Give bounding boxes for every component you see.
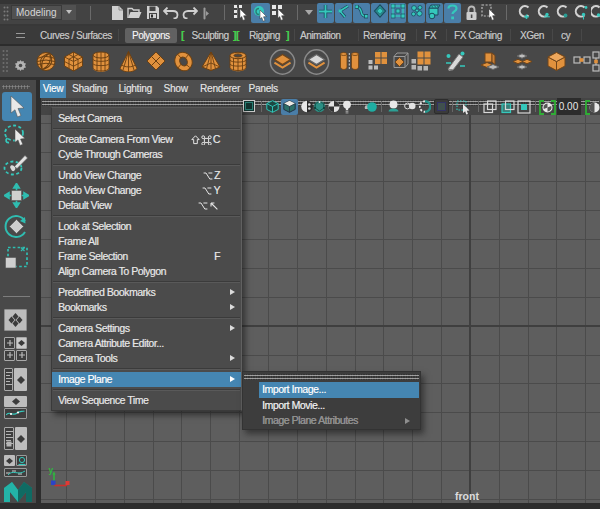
svg-text:y: y	[49, 465, 54, 475]
